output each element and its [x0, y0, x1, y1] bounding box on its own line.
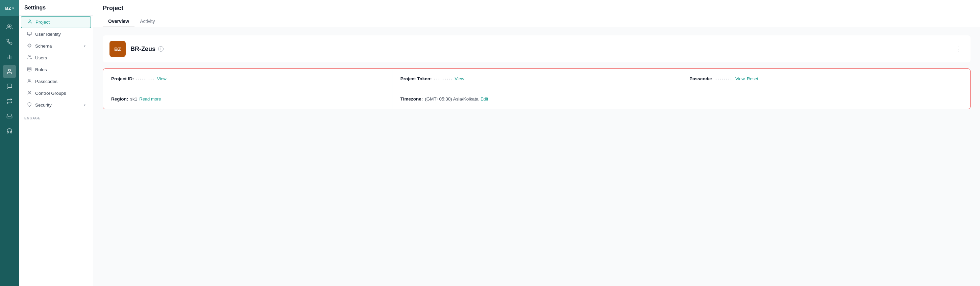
sidebar-item-roles-label: Roles: [35, 67, 47, 72]
project-id-cell: Project ID: ·········· View: [103, 69, 392, 89]
security-icon: [26, 102, 32, 108]
project-header-card: BZ BR-Zeus i ⋮: [103, 35, 970, 62]
brand-logo-text: BZ: [5, 6, 11, 11]
svg-point-4: [8, 69, 11, 71]
project-token-label: Project Token:: [401, 76, 432, 81]
roles-icon: [26, 67, 32, 73]
region-value: sk1: [130, 96, 137, 101]
info-box: Project ID: ·········· View Project Toke…: [103, 68, 970, 109]
passcode-cell: Passcode: ·········· View Reset: [681, 69, 970, 89]
passcode-view-link[interactable]: View: [735, 76, 745, 81]
icon-sidebar-items: [3, 16, 16, 286]
project-icon: [27, 19, 33, 25]
timezone-value: (GMT+05:30) Asia/Kolkata: [425, 96, 479, 101]
sidebar-icon-flows[interactable]: [3, 95, 16, 108]
icon-sidebar: BZ ▾: [0, 0, 19, 286]
svg-point-8: [28, 56, 30, 57]
page-title: Project: [103, 5, 970, 12]
project-token-dots: ··········: [434, 76, 452, 81]
sidebar-item-passcodes[interactable]: Passcodes: [21, 76, 91, 87]
sidebar-item-users-label: Users: [35, 55, 47, 60]
sidebar-item-user-identity-label: User Identity: [35, 32, 61, 37]
sidebar-item-schema-label: Schema: [35, 44, 52, 49]
info-box-row-1: Project ID: ·········· View Project Toke…: [103, 69, 970, 89]
sidebar-icon-headset[interactable]: [3, 124, 16, 137]
timezone-cell: Timezone: (GMT+05:30) Asia/Kolkata Edit: [392, 89, 682, 109]
brand-logo[interactable]: BZ ▾: [0, 0, 19, 16]
main-content: Project Overview Activity BZ BR-Zeus i ⋮: [93, 0, 980, 286]
sidebar-icon-inbox[interactable]: [3, 109, 16, 123]
sidebar-item-user-identity[interactable]: User Identity: [21, 28, 91, 40]
svg-point-5: [29, 20, 31, 22]
nav-sidebar: Settings Project User Identity Schema ▾ …: [19, 0, 93, 286]
tab-activity[interactable]: Activity: [135, 16, 160, 27]
schema-chevron-icon: ▾: [84, 44, 86, 48]
info-box-row-2: Region: sk1 Read more Timezone: (GMT+05:…: [103, 89, 970, 109]
passcode-dots: ··········: [714, 76, 733, 81]
sidebar-item-control-groups[interactable]: Control Groups: [21, 88, 91, 99]
sidebar-item-security-label: Security: [35, 103, 52, 107]
passcodes-icon: [26, 79, 32, 84]
project-id-dots: ··········: [136, 76, 155, 81]
project-info-icon[interactable]: i: [158, 46, 164, 52]
project-id-label: Project ID:: [111, 76, 134, 81]
project-token-cell: Project Token: ·········· View: [392, 69, 682, 89]
sidebar-icon-chart[interactable]: [3, 50, 16, 63]
project-id-view-link[interactable]: View: [157, 76, 167, 81]
sidebar-icon-users[interactable]: [3, 65, 16, 78]
svg-point-11: [29, 91, 30, 93]
sidebar-item-roles[interactable]: Roles: [21, 64, 91, 75]
svg-point-12: [30, 92, 31, 92]
security-chevron-icon: ▾: [84, 103, 86, 107]
content-area: BZ BR-Zeus i ⋮ Project ID: ·········· Vi…: [93, 27, 980, 286]
sidebar-item-passcodes-label: Passcodes: [35, 79, 57, 84]
sidebar-item-schema[interactable]: Schema ▾: [21, 41, 91, 52]
sidebar-item-project[interactable]: Project: [21, 16, 91, 28]
user-identity-icon: [26, 32, 32, 37]
more-options-button[interactable]: ⋮: [952, 44, 964, 54]
tabs: Overview Activity: [103, 16, 970, 27]
passcode-label: Passcode:: [689, 76, 712, 81]
sidebar-icon-chat[interactable]: [3, 80, 16, 93]
users-nav-icon: [26, 55, 32, 61]
timezone-edit-link[interactable]: Edit: [480, 96, 488, 101]
sidebar-item-security[interactable]: Security ▾: [21, 100, 91, 111]
sidebar-item-control-groups-label: Control Groups: [35, 91, 66, 96]
schema-icon: [26, 43, 32, 49]
empty-cell: [681, 89, 970, 109]
svg-rect-6: [27, 32, 32, 35]
svg-point-9: [28, 67, 32, 68]
project-avatar: BZ: [110, 41, 126, 57]
tab-overview[interactable]: Overview: [103, 16, 135, 27]
svg-point-7: [29, 45, 30, 46]
region-label: Region:: [111, 96, 128, 101]
timezone-label: Timezone:: [401, 96, 423, 101]
region-cell: Region: sk1 Read more: [103, 89, 392, 109]
brand-chevron: ▾: [12, 6, 14, 10]
sidebar-item-project-label: Project: [35, 20, 50, 25]
engage-section-label: ENGAGE: [19, 111, 93, 122]
page-header: Project Overview Activity: [93, 0, 980, 27]
sidebar-icon-team[interactable]: [3, 20, 16, 34]
project-token-view-link[interactable]: View: [455, 76, 464, 81]
region-read-more-link[interactable]: Read more: [139, 96, 161, 101]
passcode-reset-link[interactable]: Reset: [747, 76, 758, 81]
svg-point-10: [29, 79, 30, 81]
svg-point-0: [8, 25, 10, 27]
sidebar-icon-phone[interactable]: [3, 35, 16, 49]
project-name: BR-Zeus i: [130, 46, 164, 53]
nav-sidebar-title: Settings: [19, 0, 93, 16]
sidebar-item-users[interactable]: Users: [21, 52, 91, 63]
control-groups-icon: [26, 90, 32, 96]
